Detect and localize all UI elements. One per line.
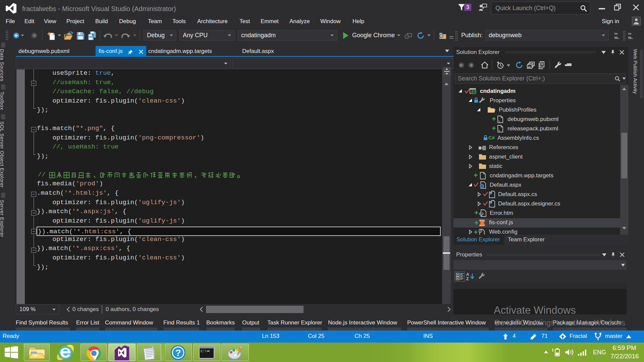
- svg-text:C:\: C:\: [201, 350, 207, 353]
- svg-text:A: A: [466, 272, 469, 277]
- svg-text:?: ?: [175, 348, 181, 358]
- svg-text:Z: Z: [466, 277, 469, 281]
